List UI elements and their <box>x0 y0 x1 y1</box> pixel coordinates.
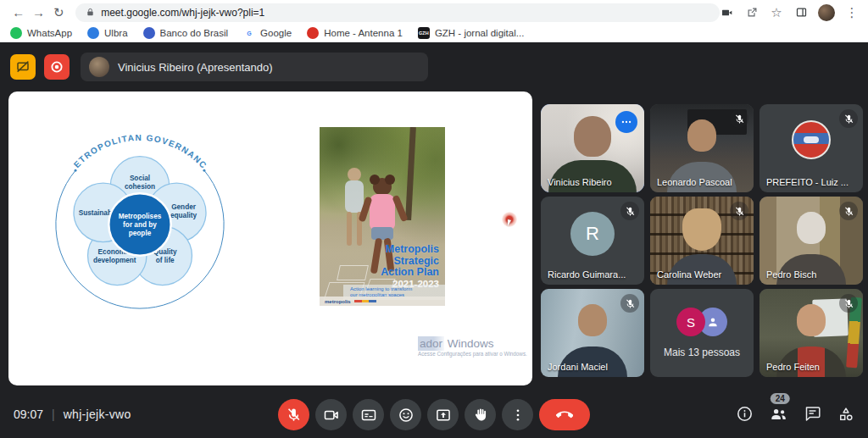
present-screen-button[interactable] <box>427 399 459 430</box>
bookmark-favicon <box>10 27 22 39</box>
bookmark-item[interactable]: Home - Antenna 1 <box>307 27 403 39</box>
participant-tile[interactable]: S Mais 13 pessoas <box>650 289 754 377</box>
windows-activation-watermark: ador Windows Acesse Configurações para a… <box>418 337 527 357</box>
participant-tile[interactable]: PREFEITO - Luiz ... <box>760 104 863 192</box>
meeting-code: whj-jejk-vwo <box>64 408 131 421</box>
participant-tile[interactable]: Pedro Bisch <box>760 197 863 285</box>
mic-muted-icon <box>839 109 858 128</box>
participant-tile[interactable]: Vinicius Ribeiro <box>541 104 644 192</box>
avatar-letter-s: S <box>676 308 705 336</box>
bookmark-item[interactable]: GZH GZH - jornal digital... <box>418 27 524 39</box>
presenter-pill[interactable]: Vinicius Ribeiro (Apresentando) <box>81 53 428 81</box>
participant-tile[interactable]: Pedro Feiten <box>760 289 863 377</box>
participant-name: Vinicius Ribeiro <box>548 177 612 187</box>
bookmark-favicon: GZH <box>418 27 430 39</box>
mic-off-icon <box>286 407 302 423</box>
chat-button[interactable] <box>802 404 822 424</box>
clock-time: 09:07 <box>14 408 43 421</box>
bookmark-favicon: G <box>243 27 255 39</box>
camera-in-use-icon[interactable] <box>720 5 735 20</box>
report-cover-image: Metropolis Strategic Action Plan 2021-20… <box>320 127 445 306</box>
bookmark-label: Banco do Brasil <box>160 28 229 38</box>
menu-dots-icon[interactable]: ⋮ <box>844 5 860 20</box>
participant-name: Pedro Feiten <box>766 362 820 372</box>
bookmark-favicon <box>307 27 319 39</box>
participant-tile[interactable]: Jordani Maciel <box>541 289 644 377</box>
info-button[interactable] <box>734 404 754 424</box>
record-icon <box>49 59 64 75</box>
emoji-smile-icon <box>398 407 415 424</box>
end-call-icon <box>556 407 573 424</box>
bookmark-item[interactable]: WhatsApp <box>10 27 72 39</box>
raised-hand-icon <box>472 407 488 423</box>
participant-name: Pedro Bisch <box>766 269 816 280</box>
bookmark-label: Google <box>260 28 292 38</box>
profile-avatar[interactable] <box>818 4 835 21</box>
tile-background <box>650 289 754 377</box>
raise-hand-button[interactable] <box>465 399 496 430</box>
url-text: meet.google.com/whj-jejk-vwo?pli=1 <box>101 7 264 19</box>
bookmark-item[interactable]: G Google <box>243 27 292 39</box>
presenter-name: Vinicius Ribeiro (Apresentando) <box>118 61 273 74</box>
emblem-avatar <box>792 120 831 159</box>
back-arrow-icon[interactable]: ← <box>8 3 29 23</box>
recording-button[interactable] <box>44 54 70 80</box>
share-icon[interactable] <box>744 5 760 20</box>
mic-muted-button[interactable] <box>278 399 309 430</box>
captions-button[interactable] <box>353 399 384 430</box>
presentation-off-button[interactable] <box>10 54 36 80</box>
captions-icon <box>360 407 377 424</box>
svg-text:for and by: for and by <box>123 221 157 229</box>
participant-name: PREFEITO - Luiz ... <box>766 177 849 187</box>
diagram-center-text: Metropolises <box>119 213 162 220</box>
participant-tile[interactable]: Leonardo Pascoal <box>650 104 754 192</box>
end-call-button[interactable] <box>539 399 590 430</box>
people-icon <box>769 404 788 424</box>
forward-arrow-icon[interactable]: → <box>29 3 49 23</box>
shared-presentation: METROPOLITAN GOVERNANCE Social cohesion … <box>8 91 532 385</box>
participant-count-badge: 24 <box>771 393 790 404</box>
people-button[interactable]: 24 <box>768 404 788 424</box>
bookmark-label: WhatsApp <box>27 28 72 38</box>
bookmark-star-icon[interactable]: ☆ <box>769 5 784 20</box>
participant-tile[interactable]: Carolina Weber <box>650 197 754 285</box>
meeting-panels: 24 <box>734 390 856 438</box>
reactions-button[interactable] <box>390 399 421 430</box>
bookmark-item[interactable]: Ulbra <box>87 27 127 39</box>
mic-muted-icon <box>730 202 748 220</box>
petal-social: Social <box>130 175 150 182</box>
petal-gender: Gender <box>171 203 197 211</box>
activities-button[interactable] <box>836 404 856 424</box>
present-icon <box>435 407 452 424</box>
meeting-info: 09:07 | whj-jejk-vwo <box>14 390 131 438</box>
toolbar-right: ☆ ⋮ <box>720 4 860 21</box>
address-bar[interactable]: meet.google.com/whj-jejk-vwo?pli=1 <box>75 3 720 22</box>
bookmark-label: Home - Antenna 1 <box>324 28 403 38</box>
mic-muted-icon <box>730 109 748 128</box>
meet-surface: Vinicius Ribeiro (Apresentando) METROPOL… <box>0 42 868 438</box>
camera-button[interactable] <box>315 399 347 430</box>
participant-tile[interactable]: R Ricardo Guimara... <box>541 197 644 285</box>
side-panel-icon[interactable] <box>793 5 809 20</box>
tile-more-options-button[interactable] <box>615 111 637 133</box>
letter-avatar: R <box>570 212 615 256</box>
screen: ← → ↻ meet.google.com/whj-jejk-vwo?pli=1… <box>0 0 868 438</box>
refresh-icon[interactable]: ↻ <box>48 3 69 23</box>
presentation-off-icon <box>15 59 31 75</box>
lock-icon <box>86 8 95 17</box>
more-options-button[interactable] <box>502 399 533 430</box>
divider: | <box>52 408 55 421</box>
svg-text:development: development <box>93 257 136 264</box>
bookmark-favicon <box>87 27 99 39</box>
bookmark-item[interactable]: Banco do Brasil <box>143 27 229 39</box>
laser-pointer-dot <box>502 212 517 227</box>
participant-grid: Vinicius Ribeiro <box>541 104 863 377</box>
bookmarks-bar: WhatsApp Ulbra Banco do Brasil G Google … <box>0 25 868 42</box>
tree-trunk <box>405 127 416 220</box>
info-icon <box>736 405 754 423</box>
activities-icon <box>837 405 855 424</box>
cover-title: Metropolis Strategic Action Plan 2021-20… <box>381 244 439 290</box>
svg-text:cohesion: cohesion <box>125 183 155 191</box>
bookmark-label: GZH - jornal digital... <box>435 28 524 38</box>
mic-muted-icon <box>620 294 639 313</box>
